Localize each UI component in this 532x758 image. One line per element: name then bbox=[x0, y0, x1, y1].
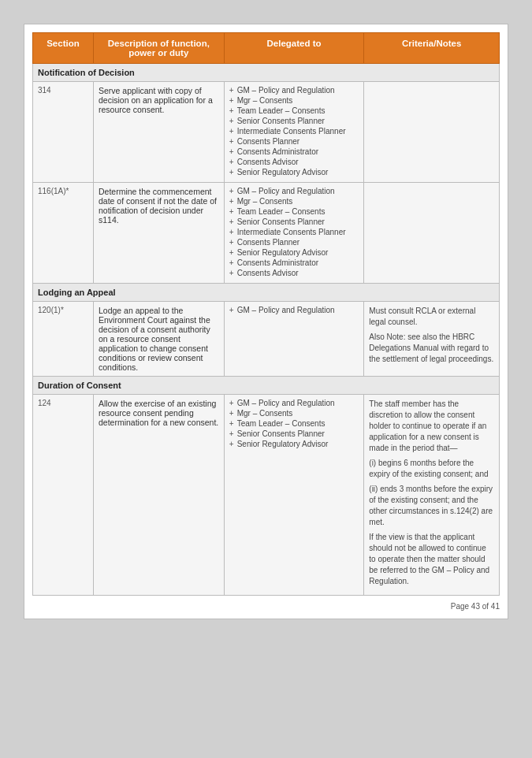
page-info: Page 43 of 41 bbox=[451, 602, 500, 611]
list-item: Team Leader – Consents bbox=[229, 106, 359, 115]
cell-description: Lodge an appeal to the Environment Court… bbox=[93, 302, 224, 377]
header-description: Description of function, power or duty bbox=[93, 33, 224, 64]
cell-section: 314 bbox=[33, 82, 94, 183]
cell-delegated: GM – Policy and RegulationMgr – Consents… bbox=[224, 82, 364, 183]
table-row: 120(1)*Lodge an appeal to the Environmen… bbox=[33, 302, 500, 377]
list-item: Intermediate Consents Planner bbox=[229, 127, 359, 136]
cell-description: Allow the exercise of an existing resour… bbox=[93, 395, 224, 596]
cell-delegated: GM – Policy and RegulationMgr – Consents… bbox=[224, 183, 364, 284]
list-item: Team Leader – Consents bbox=[229, 207, 359, 216]
header-delegated: Delegated to bbox=[224, 33, 364, 64]
cell-criteria bbox=[364, 183, 500, 284]
header-section: Section bbox=[33, 33, 94, 64]
list-item: Mgr – Consents bbox=[229, 96, 359, 105]
section-header-row: Duration of Consent bbox=[33, 377, 500, 395]
list-item: Senior Consents Planner bbox=[229, 117, 359, 125]
list-item: Team Leader – Consents bbox=[229, 419, 359, 428]
cell-criteria bbox=[364, 82, 500, 183]
list-item: Consents Planner bbox=[229, 137, 359, 146]
list-item: GM – Policy and Regulation bbox=[229, 86, 359, 95]
list-item: Senior Consents Planner bbox=[229, 217, 359, 226]
list-item: Intermediate Consents Planner bbox=[229, 228, 359, 236]
section-header-label: Lodging an Appeal bbox=[33, 284, 500, 302]
cell-delegated: GM – Policy and Regulation bbox=[224, 302, 364, 377]
section-header-row: Notification of Decision bbox=[33, 64, 500, 82]
table-row: 314Serve applicant with copy of decision… bbox=[33, 82, 500, 183]
list-item: Senior Consents Planner bbox=[229, 429, 359, 438]
section-header-row: Lodging an Appeal bbox=[33, 284, 500, 302]
list-item: Consents Administrator bbox=[229, 258, 359, 267]
list-item: Consents Administrator bbox=[229, 147, 359, 156]
table-row: 124Allow the exercise of an existing res… bbox=[33, 395, 500, 596]
list-item: Senior Regulatory Advisor bbox=[229, 248, 359, 257]
list-item: GM – Policy and Regulation bbox=[229, 306, 359, 314]
section-header-label: Notification of Decision bbox=[33, 64, 500, 82]
page-container: Section Description of function, power o… bbox=[24, 24, 508, 619]
header-criteria: Criteria/Notes bbox=[364, 33, 500, 64]
list-item: Mgr – Consents bbox=[229, 197, 359, 206]
list-item: Senior Regulatory Advisor bbox=[229, 168, 359, 176]
cell-section: 116(1A)* bbox=[33, 183, 94, 284]
section-header-label: Duration of Consent bbox=[33, 377, 500, 395]
list-item: Consents Advisor bbox=[229, 158, 359, 166]
list-item: Consents Advisor bbox=[229, 269, 359, 277]
cell-criteria: Must consult RCLA or external legal coun… bbox=[364, 302, 500, 377]
table-row: 116(1A)*Determine the commencement date … bbox=[33, 183, 500, 284]
list-item: Consents Planner bbox=[229, 238, 359, 247]
cell-delegated: GM – Policy and RegulationMgr – Consents… bbox=[224, 395, 364, 596]
list-item: Mgr – Consents bbox=[229, 409, 359, 418]
list-item: GM – Policy and Regulation bbox=[229, 399, 359, 407]
cell-description: Determine the commencement date of conse… bbox=[93, 183, 224, 284]
list-item: GM – Policy and Regulation bbox=[229, 187, 359, 195]
main-table: Section Description of function, power o… bbox=[32, 32, 500, 596]
cell-section: 120(1)* bbox=[33, 302, 94, 377]
cell-section: 124 bbox=[33, 395, 94, 596]
page-footer: Page 43 of 41 bbox=[32, 596, 500, 611]
list-item: Senior Regulatory Advisor bbox=[229, 440, 359, 448]
cell-criteria: The staff member has the discretion to a… bbox=[364, 395, 500, 596]
cell-description: Serve applicant with copy of decision on… bbox=[93, 82, 224, 183]
